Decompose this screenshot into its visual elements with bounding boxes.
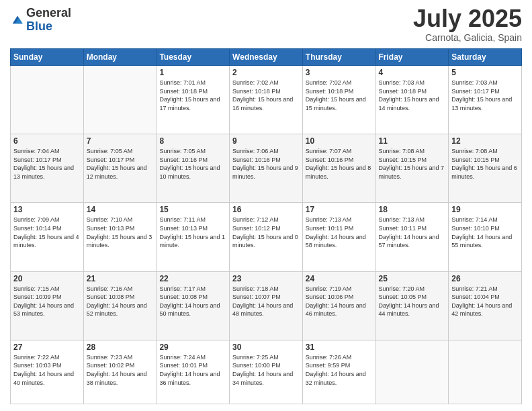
header: General Blue July 2025 Carnota, Galicia,… — [10, 7, 522, 43]
table-row: 28Sunrise: 7:23 AMSunset: 10:02 PMDaylig… — [83, 340, 157, 404]
calendar-week-4: 20Sunrise: 7:15 AMSunset: 10:09 PMDaylig… — [11, 271, 522, 340]
day-number: 18 — [379, 205, 446, 214]
day-number: 29 — [159, 342, 226, 352]
day-number: 1 — [159, 68, 226, 77]
col-monday: Monday — [83, 49, 157, 66]
col-tuesday: Tuesday — [157, 49, 230, 66]
cell-info: Sunrise: 7:10 AMSunset: 10:13 PMDaylight… — [87, 216, 154, 249]
cell-info: Sunrise: 7:06 AMSunset: 10:16 PMDaylight… — [232, 147, 300, 181]
cell-info: Sunrise: 7:04 AMSunset: 10:17 PMDaylight… — [13, 147, 81, 181]
cell-info: Sunrise: 7:25 AMSunset: 10:00 PMDaylight… — [232, 353, 300, 387]
table-row: 7Sunrise: 7:05 AMSunset: 10:17 PMDayligh… — [83, 134, 157, 203]
day-number: 21 — [87, 274, 154, 283]
table-row: 6Sunrise: 7:04 AMSunset: 10:17 PMDayligh… — [11, 134, 84, 203]
table-row: 20Sunrise: 7:15 AMSunset: 10:09 PMDaylig… — [11, 271, 84, 340]
cell-info: Sunrise: 7:14 AMSunset: 10:10 PMDaylight… — [451, 216, 519, 249]
table-row: 13Sunrise: 7:09 AMSunset: 10:14 PMDaylig… — [11, 203, 84, 271]
table-row: 8Sunrise: 7:05 AMSunset: 10:16 PMDayligh… — [157, 134, 230, 203]
col-sunday: Sunday — [11, 49, 84, 66]
table-row: 25Sunrise: 7:20 AMSunset: 10:05 PMDaylig… — [375, 271, 449, 340]
cell-info: Sunrise: 7:05 AMSunset: 10:16 PMDaylight… — [159, 147, 226, 181]
day-number: 22 — [159, 274, 226, 283]
table-row: 23Sunrise: 7:18 AMSunset: 10:07 PMDaylig… — [230, 271, 303, 340]
day-number: 6 — [13, 136, 81, 146]
day-number: 24 — [306, 274, 373, 283]
col-saturday: Saturday — [449, 49, 522, 66]
table-row: 24Sunrise: 7:19 AMSunset: 10:06 PMDaylig… — [302, 271, 375, 340]
cell-info: Sunrise: 7:03 AMSunset: 10:17 PMDaylight… — [451, 79, 519, 112]
cell-info: Sunrise: 7:15 AMSunset: 10:09 PMDaylight… — [13, 285, 81, 318]
day-number: 7 — [87, 136, 154, 146]
table-row — [375, 340, 449, 404]
header-row: Sunday Monday Tuesday Wednesday Thursday… — [11, 49, 522, 66]
cell-info: Sunrise: 7:07 AMSunset: 10:16 PMDaylight… — [306, 147, 373, 181]
day-number: 25 — [379, 274, 446, 283]
day-number: 16 — [232, 205, 300, 214]
calendar-week-5: 27Sunrise: 7:22 AMSunset: 10:03 PMDaylig… — [11, 340, 522, 404]
day-number: 17 — [306, 205, 373, 214]
cell-info: Sunrise: 7:13 AMSunset: 10:11 PMDaylight… — [379, 216, 446, 249]
table-row: 18Sunrise: 7:13 AMSunset: 10:11 PMDaylig… — [375, 203, 449, 271]
cell-info: Sunrise: 7:18 AMSunset: 10:07 PMDaylight… — [232, 285, 300, 318]
location: Carnota, Galicia, Spain — [413, 32, 522, 43]
day-number: 14 — [87, 205, 154, 214]
day-number: 11 — [379, 136, 446, 146]
cell-info: Sunrise: 7:16 AMSunset: 10:08 PMDaylight… — [87, 285, 154, 318]
table-row — [11, 66, 84, 134]
cell-info: Sunrise: 7:21 AMSunset: 10:04 PMDaylight… — [451, 285, 519, 318]
table-row: 4Sunrise: 7:03 AMSunset: 10:18 PMDayligh… — [375, 66, 449, 134]
table-row: 30Sunrise: 7:25 AMSunset: 10:00 PMDaylig… — [230, 340, 303, 404]
page: General Blue July 2025 Carnota, Galicia,… — [0, 0, 532, 411]
cell-info: Sunrise: 7:24 AMSunset: 10:01 PMDaylight… — [159, 353, 226, 387]
day-number: 8 — [159, 136, 226, 146]
day-number: 12 — [451, 136, 519, 146]
day-number: 13 — [13, 205, 81, 214]
cell-info: Sunrise: 7:20 AMSunset: 10:05 PMDaylight… — [379, 285, 446, 318]
cell-info: Sunrise: 7:02 AMSunset: 10:18 PMDaylight… — [306, 79, 373, 112]
day-number: 19 — [451, 205, 519, 214]
calendar-week-2: 6Sunrise: 7:04 AMSunset: 10:17 PMDayligh… — [11, 134, 522, 203]
table-row: 1Sunrise: 7:01 AMSunset: 10:18 PMDayligh… — [157, 66, 230, 134]
table-row: 3Sunrise: 7:02 AMSunset: 10:18 PMDayligh… — [302, 66, 375, 134]
cell-info: Sunrise: 7:02 AMSunset: 10:18 PMDaylight… — [232, 79, 300, 112]
table-row — [83, 66, 157, 134]
logo: General Blue — [10, 7, 71, 34]
logo-general: General — [26, 7, 71, 20]
logo-text: General Blue — [26, 7, 71, 34]
cell-info: Sunrise: 7:08 AMSunset: 10:15 PMDaylight… — [379, 147, 446, 181]
day-number: 4 — [379, 68, 446, 77]
day-number: 30 — [232, 342, 300, 352]
table-row: 10Sunrise: 7:07 AMSunset: 10:16 PMDaylig… — [302, 134, 375, 203]
cell-info: Sunrise: 7:26 AMSunset: 9:59 PMDaylight:… — [306, 353, 373, 387]
day-number: 26 — [451, 274, 519, 283]
cell-info: Sunrise: 7:01 AMSunset: 10:18 PMDaylight… — [159, 79, 226, 112]
logo-blue: Blue — [26, 20, 71, 34]
cell-info: Sunrise: 7:03 AMSunset: 10:18 PMDaylight… — [379, 79, 446, 112]
cell-info: Sunrise: 7:23 AMSunset: 10:02 PMDaylight… — [87, 353, 154, 387]
day-number: 10 — [306, 136, 373, 146]
cell-info: Sunrise: 7:12 AMSunset: 10:12 PMDaylight… — [232, 216, 300, 249]
table-row: 17Sunrise: 7:13 AMSunset: 10:11 PMDaylig… — [302, 203, 375, 271]
table-row: 26Sunrise: 7:21 AMSunset: 10:04 PMDaylig… — [449, 271, 522, 340]
cell-info: Sunrise: 7:13 AMSunset: 10:11 PMDaylight… — [306, 216, 373, 249]
col-thursday: Thursday — [302, 49, 375, 66]
day-number: 20 — [13, 274, 81, 283]
cell-info: Sunrise: 7:22 AMSunset: 10:03 PMDaylight… — [13, 353, 81, 387]
cell-info: Sunrise: 7:17 AMSunset: 10:08 PMDaylight… — [159, 285, 226, 318]
table-row: 21Sunrise: 7:16 AMSunset: 10:08 PMDaylig… — [83, 271, 157, 340]
day-number: 15 — [159, 205, 226, 214]
day-number: 9 — [232, 136, 300, 146]
table-row: 15Sunrise: 7:11 AMSunset: 10:13 PMDaylig… — [157, 203, 230, 271]
table-row: 27Sunrise: 7:22 AMSunset: 10:03 PMDaylig… — [11, 340, 84, 404]
table-row: 11Sunrise: 7:08 AMSunset: 10:15 PMDaylig… — [375, 134, 449, 203]
day-number: 23 — [232, 274, 300, 283]
calendar-week-3: 13Sunrise: 7:09 AMSunset: 10:14 PMDaylig… — [11, 203, 522, 271]
day-number: 5 — [451, 68, 519, 77]
cell-info: Sunrise: 7:19 AMSunset: 10:06 PMDaylight… — [306, 285, 373, 318]
table-row: 12Sunrise: 7:08 AMSunset: 10:15 PMDaylig… — [449, 134, 522, 203]
day-number: 2 — [232, 68, 300, 77]
table-row: 19Sunrise: 7:14 AMSunset: 10:10 PMDaylig… — [449, 203, 522, 271]
table-row: 16Sunrise: 7:12 AMSunset: 10:12 PMDaylig… — [230, 203, 303, 271]
cell-info: Sunrise: 7:09 AMSunset: 10:14 PMDaylight… — [13, 216, 81, 249]
table-row: 14Sunrise: 7:10 AMSunset: 10:13 PMDaylig… — [83, 203, 157, 271]
